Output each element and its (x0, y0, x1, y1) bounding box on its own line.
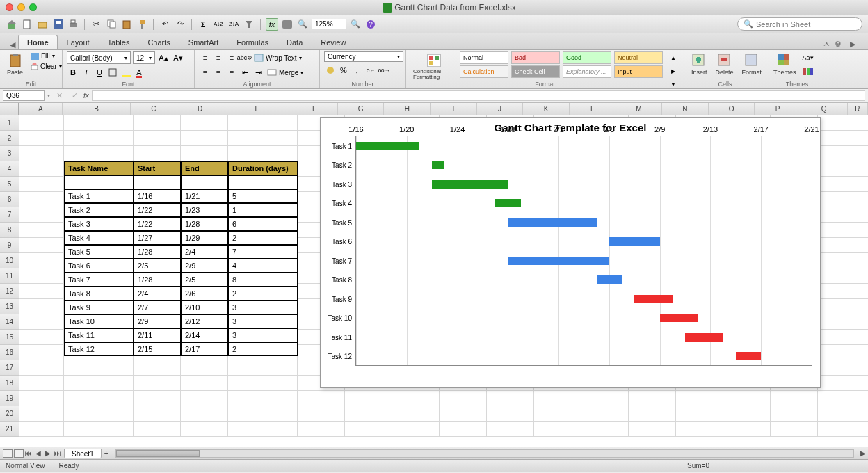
gantt-chart[interactable]: Gantt Chart Template for Excel 1/161/201… (320, 117, 821, 388)
table-cell[interactable]: 2/4 (181, 245, 228, 259)
cell-O20[interactable] (723, 406, 771, 422)
table-cell[interactable]: 2/11 (134, 328, 181, 342)
open-file-icon[interactable] (36, 18, 49, 31)
cell-I20[interactable] (440, 406, 487, 422)
table-cell[interactable]: 2/4 (134, 287, 181, 300)
table-cell[interactable]: Task 2 (64, 203, 134, 217)
table-cell[interactable]: 2/5 (181, 273, 228, 287)
cell-A6[interactable] (19, 192, 64, 207)
cell-D3[interactable] (181, 146, 228, 161)
cell-B21[interactable] (64, 422, 134, 437)
cell-C17[interactable] (134, 360, 181, 376)
row-header-2[interactable]: 2 (0, 131, 19, 146)
cell-R19[interactable] (865, 391, 868, 406)
cell-G21[interactable] (345, 422, 392, 437)
row-header-14[interactable]: 14 (0, 314, 19, 330)
table-cell[interactable]: 3 (228, 328, 298, 342)
table-header[interactable]: End (181, 161, 228, 175)
cell-O19[interactable] (723, 391, 771, 406)
cell-A16[interactable] (19, 345, 64, 360)
table-cell[interactable]: Task 12 (64, 342, 134, 356)
cell-Q20[interactable] (818, 406, 865, 422)
home-icon[interactable] (6, 18, 18, 31)
cell-E20[interactable] (228, 406, 298, 422)
cell-H21[interactable] (392, 422, 440, 437)
align-left-icon[interactable]: ≡ (199, 66, 211, 79)
cell-E3[interactable] (228, 146, 298, 161)
cell-Q21[interactable] (818, 422, 865, 437)
theme-fonts-icon[interactable]: Aa▾ (802, 51, 814, 64)
cell-E17[interactable] (228, 360, 298, 376)
table-cell[interactable]: 2/6 (181, 287, 228, 300)
column-header-E[interactable]: E (223, 103, 291, 115)
cell-A20[interactable] (19, 406, 64, 422)
tab-formulas[interactable]: Formulas (227, 35, 278, 49)
bold-button[interactable]: B (67, 66, 79, 79)
cell-R13[interactable] (865, 299, 868, 314)
row-header-12[interactable]: 12 (0, 284, 19, 299)
cell-F19[interactable] (298, 391, 345, 406)
cell-K19[interactable] (534, 391, 581, 406)
cell-R18[interactable] (865, 376, 868, 391)
zoom-out-icon[interactable]: 🔍 (296, 18, 309, 31)
cell-E2[interactable] (228, 131, 298, 146)
sheet-nav-prev-icon[interactable]: ◀ (33, 449, 43, 457)
number-format-combo[interactable]: Currency▾ (324, 51, 403, 62)
cell-C21[interactable] (134, 422, 181, 437)
cell-N21[interactable] (676, 422, 723, 437)
theme-colors-icon[interactable] (802, 65, 814, 78)
cell-C3[interactable] (134, 146, 181, 161)
formula-input[interactable] (92, 90, 865, 101)
cut-icon[interactable]: ✂ (90, 18, 102, 31)
table-cell[interactable]: 1 (228, 203, 298, 217)
accept-formula-icon[interactable]: ✓ (68, 90, 81, 102)
align-bottom-icon[interactable]: ≡ (225, 51, 238, 64)
tab-charts[interactable]: Charts (138, 35, 179, 49)
cell-H20[interactable] (392, 406, 440, 422)
table-cell[interactable]: 1/29 (181, 231, 228, 245)
cell-Q18[interactable] (818, 376, 865, 391)
column-header-I[interactable]: I (431, 103, 477, 115)
table-cell[interactable]: Task 11 (64, 328, 134, 342)
cell-Q9[interactable] (818, 238, 865, 253)
redo-icon[interactable]: ↷ (174, 18, 186, 31)
tab-home[interactable]: Home (18, 35, 58, 49)
cell-A8[interactable] (19, 223, 64, 238)
cell-N20[interactable] (676, 406, 723, 422)
table-cell[interactable]: 8 (228, 273, 298, 287)
cell-R10[interactable] (865, 253, 868, 268)
table-cell[interactable]: 7 (228, 245, 298, 259)
column-header-A[interactable]: A (19, 103, 63, 115)
tab-review[interactable]: Review (312, 35, 355, 49)
gantt-bar[interactable] (508, 257, 609, 265)
column-header-B[interactable]: B (63, 103, 131, 115)
cell-D21[interactable] (181, 422, 228, 437)
table-cell[interactable]: 1/16 (134, 189, 181, 203)
gantt-bar[interactable] (508, 218, 596, 227)
tab-layout[interactable]: Layout (58, 35, 99, 49)
tab-smartart[interactable]: SmartArt (179, 35, 227, 49)
cell-Q16[interactable] (818, 345, 865, 360)
column-header-C[interactable]: C (131, 103, 177, 115)
table-cell[interactable]: 2 (228, 342, 298, 356)
table-cell[interactable]: Task 5 (64, 245, 134, 259)
fx-icon[interactable]: fx (83, 92, 89, 99)
style-explanatory[interactable]: Explanatory ... (563, 65, 611, 78)
column-header-F[interactable]: F (291, 103, 338, 115)
cell-B19[interactable] (64, 391, 134, 406)
styles-scroll-right-icon[interactable]: ▶ (667, 65, 680, 77)
column-header-M[interactable]: M (616, 103, 663, 115)
ribbon-collapse-left-icon[interactable]: ◀ (7, 40, 18, 49)
fill-button[interactable]: Fill▾ (29, 51, 64, 61)
cell-F21[interactable] (298, 422, 345, 437)
cell-Q11[interactable] (818, 268, 865, 284)
table-cell[interactable]: 1/27 (134, 231, 181, 245)
row-header-21[interactable]: 21 (0, 422, 19, 437)
format-painter-icon[interactable] (136, 18, 148, 31)
cell-R16[interactable] (865, 345, 868, 360)
ribbon-collapse-right-icon[interactable]: ▶ (847, 40, 858, 49)
table-cell[interactable]: 2 (228, 231, 298, 245)
column-header-J[interactable]: J (477, 103, 524, 115)
zoom-window-button[interactable] (29, 3, 37, 11)
row-header-16[interactable]: 16 (0, 345, 19, 360)
